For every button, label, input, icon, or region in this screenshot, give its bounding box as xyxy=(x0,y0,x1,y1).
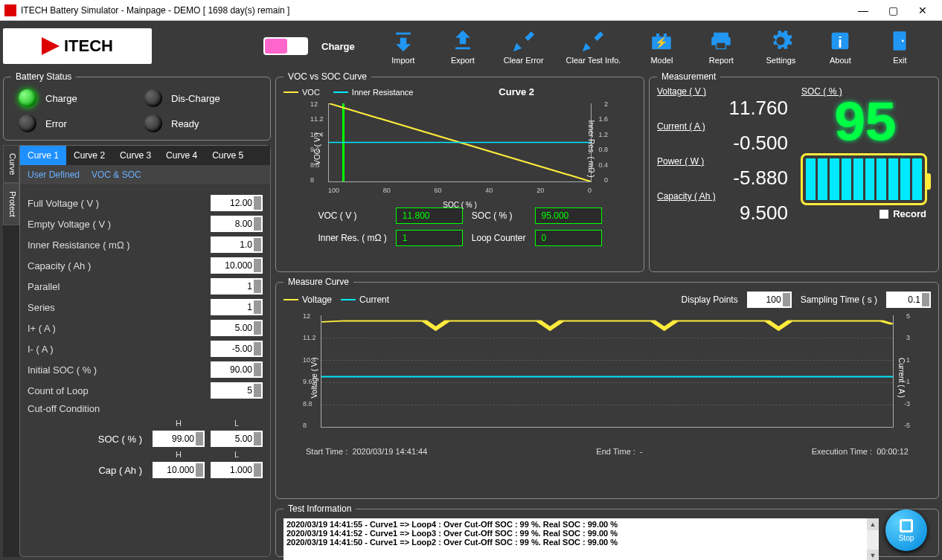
label-loop-count: Count of Loop xyxy=(28,385,211,396)
label-inner-res: Inner Resistance ( mΩ ) xyxy=(28,239,211,251)
label-i-plus: I+ ( A ) xyxy=(28,323,211,334)
meas-voltage: 11.760 xyxy=(657,97,791,120)
clear-test-button[interactable]: Clear Test Info. xyxy=(566,28,621,65)
input-i-plus[interactable]: 5.00 xyxy=(211,320,263,336)
measurement-panel: Measurement Voltage ( V )11.760 Current … xyxy=(649,71,939,272)
stop-label: Stop xyxy=(899,534,914,542)
ylabel-right: Inner Res. ( mΩ ) xyxy=(587,120,595,178)
ylabel-left: VOC ( V ) xyxy=(313,132,321,164)
measure-curve-panel: Measure Curve Voltage Current Display Po… xyxy=(275,277,939,499)
input-cutoff-soc-l[interactable]: 5.00 xyxy=(211,431,263,447)
measure-curve-legend: Measure Curve xyxy=(283,277,353,287)
readout-loop: 0 xyxy=(535,230,602,246)
import-button[interactable]: Import xyxy=(385,28,422,65)
input-cutoff-soc-h[interactable]: 99.00 xyxy=(153,431,205,447)
label-l: L xyxy=(211,419,263,428)
svg-text:i: i xyxy=(839,34,843,51)
meas-voltage-label: Voltage ( V ) xyxy=(657,86,791,97)
label-full-voltage: Full Voltage ( V ) xyxy=(28,198,211,209)
start-time: 2020/03/19 14:41:44 xyxy=(352,447,427,456)
led-icon xyxy=(144,89,162,107)
input-display-points[interactable]: 100 xyxy=(747,292,792,308)
link-voc-soc[interactable]: VOC & SOC xyxy=(92,170,141,180)
legend-voltage: Voltage xyxy=(302,295,332,305)
readout-soc-label: SOC ( % ) xyxy=(472,210,526,221)
settings-button[interactable]: Settings xyxy=(762,28,799,65)
minimize-button[interactable]: — xyxy=(848,0,878,21)
log-row: 2020/03/19 14:41:50 - Curve1 => Loop2 : … xyxy=(286,538,876,547)
input-inner-res[interactable]: 1.0 xyxy=(211,236,263,253)
export-button[interactable]: Export xyxy=(444,28,481,65)
tab-curve2[interactable]: Curve 2 xyxy=(66,146,112,165)
input-empty-voltage[interactable]: 8.00 xyxy=(211,216,263,232)
tab-curve4[interactable]: Curve 4 xyxy=(158,146,205,165)
window-title: ITECH Battery Simulator - Mainpage - DEM… xyxy=(21,5,848,16)
test-info-legend: Test Information xyxy=(283,503,356,514)
measure-chart: 1211.210.49.68.88 531-1-3-5 Voltage ( V … xyxy=(298,312,916,442)
mc-ylabel-right: Current ( A ) xyxy=(898,358,906,398)
toolbar: Import Export Clear Error Clear Test Inf… xyxy=(385,28,919,65)
input-full-voltage[interactable]: 12.00 xyxy=(211,195,263,211)
charge-toggle-label: Charge xyxy=(321,41,355,52)
select-sampling-time[interactable]: 0.1 xyxy=(886,292,931,308)
input-cutoff-cap-h[interactable]: 10.000 xyxy=(153,462,205,478)
clear-error-button[interactable]: Clear Error xyxy=(504,28,544,65)
report-button[interactable]: Report xyxy=(702,28,740,65)
stop-icon xyxy=(900,519,913,532)
label-cutoff: Cut-off Condition xyxy=(28,403,263,414)
readout-voc-label: VOC ( V ) xyxy=(318,210,386,221)
sampling-time-label: Sampling Time ( s ) xyxy=(801,295,877,305)
legend-voc: VOC xyxy=(302,88,320,97)
input-capacity[interactable]: 10.000 xyxy=(211,257,263,274)
voc-chart: 1211.210.49.68.88 21.61.20.80.40 1008060… xyxy=(306,100,614,197)
mc-ylabel-left: Voltage ( V ) xyxy=(310,357,318,398)
exec-time-label: Execution Time : xyxy=(812,447,872,456)
readout-voc: 11.800 xyxy=(396,207,463,224)
link-user-defined[interactable]: User Defined xyxy=(28,170,80,180)
meas-capacity: 9.500 xyxy=(657,202,791,225)
meas-soc-display: 95 xyxy=(833,100,894,150)
logo-icon xyxy=(42,37,60,55)
side-tab-curve[interactable]: Curve xyxy=(3,145,19,183)
exec-time: 00:00:12 xyxy=(877,447,909,456)
tab-curve3[interactable]: Curve 3 xyxy=(112,146,158,165)
end-time-label: End Time : xyxy=(596,447,635,456)
label-parallel: Parallel xyxy=(28,281,211,292)
end-time: - xyxy=(640,447,643,456)
stop-button[interactable]: Stop xyxy=(885,509,927,551)
input-i-minus[interactable]: -5.00 xyxy=(211,341,263,357)
about-button[interactable]: iAbout xyxy=(821,28,859,65)
label-capacity: Capacity ( Ah ) xyxy=(28,260,211,271)
gear-icon xyxy=(767,28,794,54)
import-icon xyxy=(390,28,417,54)
input-loop-count[interactable]: 5 xyxy=(211,382,263,399)
scrollbar[interactable]: ▲▼ xyxy=(867,518,879,560)
readout-ir-label: Inner Res. ( mΩ ) xyxy=(318,233,386,243)
model-button[interactable]: ⚡Model xyxy=(643,28,680,65)
input-initial-soc[interactable]: 90.00 xyxy=(211,361,263,378)
battery-status-panel: Battery Status Charge Dis-Charge Error R… xyxy=(3,71,271,141)
logo-text: ITECH xyxy=(64,36,113,56)
export-icon xyxy=(449,28,476,54)
label-initial-soc: Initial SOC ( % ) xyxy=(28,364,211,376)
input-cutoff-cap-l[interactable]: 1.000 xyxy=(211,462,263,478)
label-i-minus: I- ( A ) xyxy=(28,344,211,355)
label-empty-voltage: Empty Voltage ( V ) xyxy=(28,219,211,230)
status-charge: Charge xyxy=(19,89,129,107)
input-series[interactable]: 1 xyxy=(211,299,263,315)
measurement-legend: Measurement xyxy=(657,71,720,82)
close-button[interactable]: ✕ xyxy=(908,0,938,21)
legend-current: Current xyxy=(359,295,389,305)
log-row: 2020/03/19 14:41:55 - Curve1 => Loop4 : … xyxy=(286,520,876,529)
status-discharge: Dis-Charge xyxy=(144,89,255,107)
record-checkbox[interactable]: Record xyxy=(879,208,926,219)
test-info-log[interactable]: 2020/03/19 14:41:55 - Curve1 => Loop4 : … xyxy=(283,518,879,560)
maximize-button[interactable]: ▢ xyxy=(878,0,908,21)
charge-toggle[interactable] xyxy=(263,37,308,55)
side-tab-protect[interactable]: Protect xyxy=(3,183,19,225)
input-parallel[interactable]: 1 xyxy=(211,278,263,295)
broom-icon xyxy=(510,28,537,54)
tab-curve5[interactable]: Curve 5 xyxy=(205,146,251,165)
exit-button[interactable]: Exit xyxy=(881,28,918,65)
tab-curve1[interactable]: Curve 1 xyxy=(20,146,66,165)
